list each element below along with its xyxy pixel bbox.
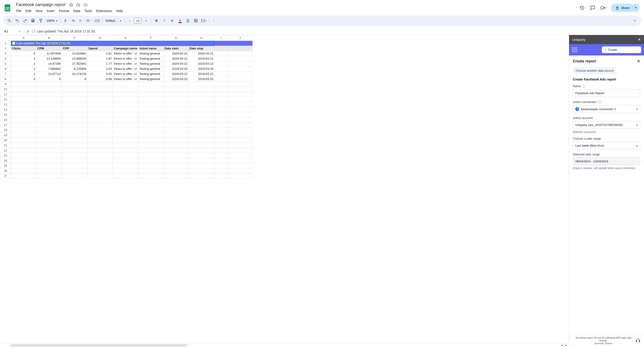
report-name-input[interactable]: Facebook Ads Report xyxy=(573,89,640,97)
header-cell[interactable]: CPM xyxy=(36,46,62,51)
data-cell[interactable]: Direct to offer - U xyxy=(113,61,138,66)
column-header-E[interactable]: E xyxy=(113,35,138,41)
close-panel-icon[interactable]: ✕ xyxy=(638,37,641,42)
column-header-H[interactable]: H xyxy=(188,35,214,41)
data-cell[interactable]: 2024-03-21 xyxy=(164,51,188,56)
column-header-D[interactable]: D xyxy=(88,35,113,41)
row-header[interactable]: 12 xyxy=(0,97,11,102)
data-cell[interactable]: 15.174129 xyxy=(62,72,88,76)
data-cell[interactable]: 2024-03-21 xyxy=(188,51,214,56)
date-range-select[interactable]: Last week (Mon-Sun) ▴▾ xyxy=(573,142,640,150)
paint-format-icon[interactable] xyxy=(37,17,44,24)
data-cell[interactable]: 0.06 xyxy=(88,76,113,82)
column-header-I[interactable]: I xyxy=(214,35,228,41)
data-cell[interactable]: 8.225806 xyxy=(62,66,88,72)
row-header[interactable]: 19 xyxy=(0,133,11,138)
column-header-F[interactable]: F xyxy=(138,35,164,41)
star-icon[interactable] xyxy=(69,3,73,7)
menu-view[interactable]: View xyxy=(34,8,44,14)
row-header[interactable]: 25 xyxy=(0,163,11,168)
data-cell[interactable]: Direct to offer - U xyxy=(113,56,138,61)
share-button[interactable]: Share xyxy=(611,4,634,12)
header-cell[interactable]: Campaign name xyxy=(113,46,138,51)
meet-icon[interactable]: ▾ xyxy=(600,5,607,11)
data-cell[interactable]: 1.53 xyxy=(88,66,113,72)
menu-file[interactable]: File xyxy=(14,8,24,14)
more-icon[interactable]: ⋮ xyxy=(210,17,218,24)
data-cell[interactable]: 13.910891 xyxy=(62,51,88,56)
data-cell[interactable]: 13.67713 xyxy=(36,72,62,76)
row-header[interactable]: 22 xyxy=(0,148,11,153)
data-cell[interactable]: Testing-general xyxy=(138,66,164,72)
zoom-select[interactable]: 100% ▾ xyxy=(45,19,59,22)
data-cell[interactable]: Direct to offer - U xyxy=(113,66,138,72)
header-cell[interactable]: Adset name xyxy=(138,46,164,51)
scroll-left-icon[interactable]: ◄ xyxy=(561,344,563,346)
choose-source-button[interactable]: Choose another data source xyxy=(573,67,616,74)
data-cell[interactable]: 14.87395 xyxy=(36,61,62,66)
data-cell[interactable]: 3 xyxy=(11,56,36,61)
data-cell[interactable]: 13.149606 xyxy=(36,56,62,61)
data-cell[interactable]: 2024-03-20 xyxy=(188,76,214,82)
data-cell[interactable]: 13.688525 xyxy=(62,56,88,61)
text-color-icon[interactable]: A xyxy=(176,17,184,24)
italic-icon[interactable]: I xyxy=(160,17,168,24)
row-header[interactable]: 13 xyxy=(0,102,11,107)
spreadsheet-grid[interactable]: ABCDEFGHIJ 1🕒 Last updated: Thu Apr 18 2… xyxy=(0,35,253,178)
data-cell[interactable]: Testing-general xyxy=(138,76,164,82)
data-cell[interactable]: 2.81 xyxy=(88,51,113,56)
row-header[interactable]: 16 xyxy=(0,117,11,122)
data-cell[interactable]: Testing-general xyxy=(138,51,164,56)
data-cell[interactable]: 1.77 xyxy=(88,61,113,66)
data-cell[interactable]: 1 xyxy=(11,72,36,76)
row-header[interactable]: 17 xyxy=(0,122,11,128)
data-cell[interactable]: 2024-03-20 xyxy=(188,66,214,72)
column-header-G[interactable]: G xyxy=(164,35,188,41)
menu-data[interactable]: Data xyxy=(72,8,82,14)
strikethrough-icon[interactable]: S xyxy=(168,17,176,24)
borders-icon[interactable] xyxy=(192,17,200,24)
data-cell[interactable]: 2024-03-22 xyxy=(188,72,214,76)
panel-menu-icon[interactable] xyxy=(572,48,578,52)
data-cell[interactable]: 2024-03-22 xyxy=(164,61,188,66)
decrease-decimal-icon[interactable]: .0← xyxy=(78,17,85,24)
row-header[interactable]: 6 xyxy=(0,66,11,72)
increase-font-icon[interactable]: + xyxy=(142,17,150,24)
header-cell[interactable]: Spend xyxy=(88,46,113,51)
search-icon[interactable] xyxy=(6,17,13,24)
data-cell[interactable]: 2024-03-20 xyxy=(164,76,188,82)
data-cell[interactable]: Direct to offer - U xyxy=(113,51,138,56)
header-cell[interactable]: CPP xyxy=(62,46,88,51)
data-cell[interactable]: 2024-03-21 xyxy=(188,56,214,61)
data-cell[interactable]: 3.05 xyxy=(88,72,113,76)
percent-icon[interactable]: % xyxy=(70,17,77,24)
menu-format[interactable]: Format xyxy=(57,8,71,14)
comments-icon[interactable] xyxy=(590,5,596,11)
data-cell[interactable]: 2024-03-21 xyxy=(164,56,188,61)
row-header[interactable]: 20 xyxy=(0,138,11,143)
data-cell[interactable]: 2024-03-20 xyxy=(164,66,188,72)
font-size-input[interactable]: 13 xyxy=(134,18,142,24)
row-header[interactable]: 10 xyxy=(0,87,11,92)
row-header[interactable]: 3 xyxy=(0,51,11,56)
data-cell[interactable]: 1.67 xyxy=(88,56,113,61)
formula-input[interactable]: 🕒 Last updated: Thu Apr 18 2024 17:31:53 xyxy=(32,30,95,33)
move-icon[interactable] xyxy=(76,3,80,7)
name-box[interactable]: A1 ▾ xyxy=(3,29,21,34)
info-icon[interactable]: i xyxy=(598,100,601,104)
redo-icon[interactable] xyxy=(21,17,29,24)
select-all-corner[interactable] xyxy=(0,35,11,41)
merge-icon[interactable]: ▾ xyxy=(200,17,208,24)
header-cell[interactable]: Clicks xyxy=(11,46,36,51)
data-cell[interactable]: 2 xyxy=(11,61,36,66)
sheets-logo[interactable] xyxy=(3,3,12,12)
column-header-C[interactable]: C xyxy=(62,35,88,41)
data-cell[interactable]: 2024-03-22 xyxy=(188,61,214,66)
row-header[interactable]: 23 xyxy=(0,153,11,158)
menu-edit[interactable]: Edit xyxy=(24,8,33,14)
collapse-toolbar-icon[interactable] xyxy=(631,17,638,24)
print-icon[interactable] xyxy=(29,17,37,24)
row-header[interactable]: 7 xyxy=(0,72,11,76)
data-cell[interactable]: Testing-general xyxy=(138,56,164,61)
data-cell[interactable]: 2024-03-22 xyxy=(164,72,188,76)
